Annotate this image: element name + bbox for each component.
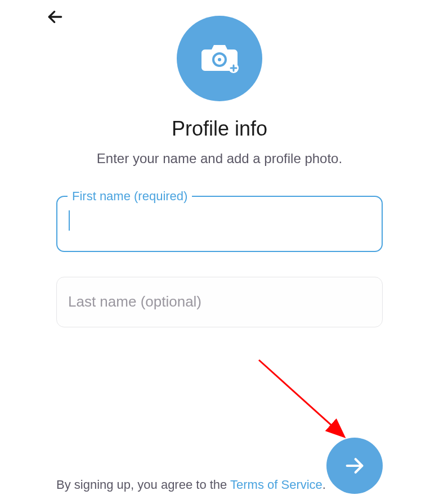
add-photo-button[interactable] <box>177 16 262 101</box>
svg-line-7 <box>259 360 343 436</box>
svg-point-2 <box>218 58 221 61</box>
arrow-right-icon <box>343 454 366 477</box>
back-arrow-icon <box>46 8 64 26</box>
page-title: Profile info <box>172 117 267 141</box>
camera-add-icon <box>199 42 240 75</box>
terms-of-service-link[interactable]: Terms of Service <box>230 478 322 492</box>
last-name-input[interactable] <box>68 293 371 310</box>
terms-suffix: . <box>322 478 326 492</box>
first-name-input[interactable] <box>72 212 368 230</box>
first-name-field-wrapper[interactable]: First name (required) <box>56 196 383 252</box>
page-subtitle: Enter your name and add a profile photo. <box>97 151 342 166</box>
terms-prefix: By signing up, you agree to the <box>56 478 230 492</box>
text-cursor <box>69 210 70 231</box>
back-button[interactable] <box>44 6 66 28</box>
first-name-label: First name (required) <box>68 189 192 204</box>
last-name-field-wrapper[interactable] <box>56 277 383 327</box>
annotation-arrow <box>253 354 366 450</box>
next-button[interactable] <box>326 438 383 494</box>
terms-text: By signing up, you agree to the Terms of… <box>56 475 326 494</box>
